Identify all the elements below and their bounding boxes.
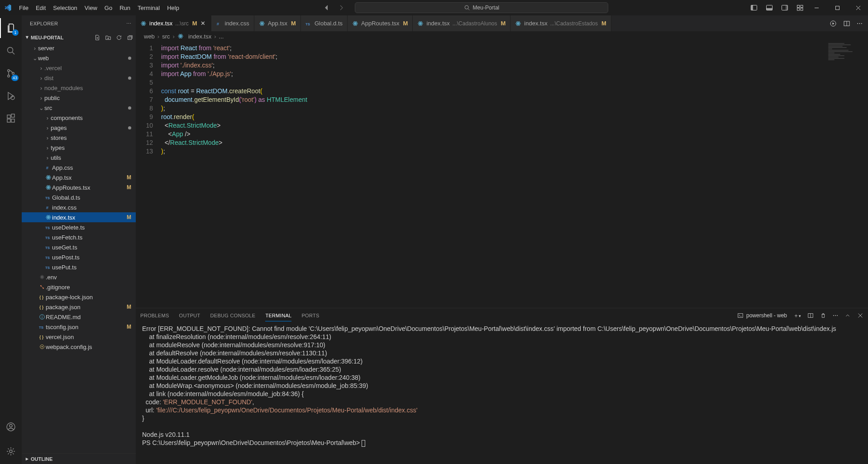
refresh-icon[interactable]: [116, 34, 122, 41]
file-.gitignore[interactable]: .gitignore: [22, 282, 136, 292]
file-App.css[interactable]: #App.css: [22, 163, 136, 172]
activity-search[interactable]: [0, 41, 22, 61]
window-maximize-button[interactable]: [827, 0, 847, 15]
tab-index.tsx[interactable]: index.tsx...\CadastroEstadosM: [510, 15, 611, 31]
layout-toggle-left-icon[interactable]: [750, 4, 758, 11]
command-center[interactable]: Meu-Portal: [355, 2, 608, 13]
file-App.tsx[interactable]: App.tsxM: [22, 172, 136, 182]
project-section[interactable]: ▸ MEU-PORTAL: [22, 32, 136, 43]
activity-run-debug[interactable]: [0, 86, 22, 106]
folder-.vercel[interactable]: ›.vercel: [22, 63, 136, 73]
menu-terminal[interactable]: Terminal: [134, 3, 163, 13]
file-tsconfig.json[interactable]: TStsconfig.jsonM: [22, 322, 136, 332]
terminal-new-icon[interactable]: ＋▾: [793, 312, 801, 320]
file-.env[interactable]: .env: [22, 272, 136, 282]
panel-more-icon[interactable]: ⋯: [833, 312, 838, 319]
panel-tab-problems[interactable]: PROBLEMS: [140, 310, 169, 321]
activity-explorer[interactable]: 1: [0, 18, 22, 38]
outline-section[interactable]: ▸ OUTLINE: [22, 453, 136, 464]
breadcrumb-index.tsx[interactable]: index.tsx: [188, 33, 211, 40]
folder-utils[interactable]: ›utils: [22, 153, 136, 163]
panel-tab-terminal[interactable]: TERMINAL: [265, 310, 291, 321]
file-useGet.ts[interactable]: TSuseGet.ts: [22, 242, 136, 252]
panel-tab-debug-console[interactable]: DEBUG CONSOLE: [210, 310, 256, 321]
file-package.json[interactable]: { }package.jsonM: [22, 302, 136, 312]
svg-point-0: [465, 5, 468, 9]
run-icon[interactable]: [830, 20, 837, 27]
folder-web[interactable]: ⌄web: [22, 53, 136, 63]
terminal-shell-label[interactable]: powershell - web: [737, 312, 787, 319]
window-close-button[interactable]: [848, 0, 868, 15]
folder-pages[interactable]: ›pages: [22, 123, 136, 133]
explorer-more-icon[interactable]: ⋯: [126, 21, 131, 27]
tab-more-icon[interactable]: ⋯: [857, 20, 863, 27]
menu-view[interactable]: View: [81, 3, 101, 13]
breadcrumb-...[interactable]: ...: [219, 33, 224, 40]
menu-edit[interactable]: Edit: [32, 3, 49, 13]
folder-public[interactable]: ›public: [22, 93, 136, 103]
file-Global.d.ts[interactable]: TSGlobal.d.ts: [22, 192, 136, 202]
svg-rect-97: [738, 314, 743, 318]
panel-maximize-icon[interactable]: [844, 312, 851, 319]
tab-index.tsx[interactable]: index.tsx...\srcM✕: [136, 15, 211, 31]
layout-toggle-bottom-icon[interactable]: [766, 4, 773, 11]
breadcrumb[interactable]: web›src›index.tsx›...: [136, 31, 868, 41]
file-useFetch.ts[interactable]: TSuseFetch.ts: [22, 232, 136, 242]
tab-close-icon[interactable]: ✕: [200, 20, 206, 27]
breadcrumb-web[interactable]: web: [144, 33, 155, 40]
terminal-output[interactable]: Error [ERR_MODULE_NOT_FOUND]: Cannot fin…: [136, 323, 868, 464]
terminal-kill-icon[interactable]: [820, 312, 826, 319]
activity-source-control[interactable]: 43: [0, 63, 22, 83]
activity-accounts[interactable]: [0, 417, 22, 437]
nav-back-icon[interactable]: [323, 4, 330, 11]
tab-App.tsx[interactable]: App.tsxM: [254, 15, 301, 31]
split-editor-icon[interactable]: [843, 20, 850, 27]
panel-close-icon[interactable]: [857, 312, 863, 319]
terminal-split-icon[interactable]: [807, 312, 814, 319]
folder-node_modules[interactable]: ›node_modules: [22, 83, 136, 93]
activity-settings[interactable]: [0, 441, 22, 461]
panel-tab-output[interactable]: OUTPUT: [179, 310, 200, 321]
menu-file[interactable]: File: [15, 3, 32, 13]
file-tree[interactable]: ›server⌄web›.vercel›dist›node_modules›pu…: [22, 43, 136, 453]
tab-AppRoutes.tsx[interactable]: AppRoutes.tsxM: [348, 15, 413, 31]
file-index.css[interactable]: #index.css: [22, 202, 136, 212]
layout-toggle-right-icon[interactable]: [781, 4, 788, 11]
file-AppRoutes.tsx[interactable]: AppRoutes.tsxM: [22, 182, 136, 192]
file-vercel.json[interactable]: { }vercel.json: [22, 332, 136, 342]
tab-Global.d.ts[interactable]: TSGlobal.d.ts: [301, 15, 348, 31]
file-usePost.ts[interactable]: TSusePost.ts: [22, 252, 136, 262]
activity-extensions[interactable]: [0, 109, 22, 129]
tab-index.css[interactable]: #index.css: [211, 15, 254, 31]
menu-go[interactable]: Go: [101, 3, 116, 13]
file-useDelete.ts[interactable]: TSuseDelete.ts: [22, 222, 136, 232]
folder-components[interactable]: ›components: [22, 113, 136, 123]
file-index.tsx[interactable]: index.tsxM: [22, 212, 136, 222]
code-editor[interactable]: 12345678910111213 import React from 'rea…: [136, 41, 868, 308]
folder-types[interactable]: ›types: [22, 143, 136, 153]
folder-src[interactable]: ⌄src: [22, 103, 136, 113]
breadcrumb-src[interactable]: src: [162, 33, 170, 40]
file-package-lock.json[interactable]: { }package-lock.json: [22, 292, 136, 302]
file-README.md[interactable]: README.md: [22, 312, 136, 322]
collapse-all-icon[interactable]: [127, 34, 133, 41]
menu-help[interactable]: Help: [163, 3, 183, 13]
nav-forward-icon[interactable]: [338, 4, 345, 11]
new-file-icon[interactable]: [94, 34, 100, 41]
code-content[interactable]: import React from 'react';import ReactDO…: [161, 41, 868, 308]
file-webpack.config.js[interactable]: webpack.config.js: [22, 342, 136, 352]
menu-selection[interactable]: Selection: [49, 3, 81, 13]
layout-customize-icon[interactable]: [796, 4, 804, 11]
menu-run[interactable]: Run: [116, 3, 134, 13]
folder-server[interactable]: ›server: [22, 43, 136, 53]
tab-index.tsx[interactable]: index.tsx...\CadastroAlunosM: [413, 15, 510, 31]
file-usePut.ts[interactable]: TSusePut.ts: [22, 262, 136, 272]
new-folder-icon[interactable]: [105, 34, 111, 41]
minimap[interactable]: [825, 43, 866, 97]
panel-tab-ports[interactable]: PORTS: [301, 310, 319, 321]
svg-point-68: [143, 23, 144, 24]
window-minimize-button[interactable]: [806, 0, 826, 15]
svg-line-17: [12, 52, 14, 54]
folder-stores[interactable]: ›stores: [22, 133, 136, 143]
folder-dist[interactable]: ›dist: [22, 73, 136, 83]
